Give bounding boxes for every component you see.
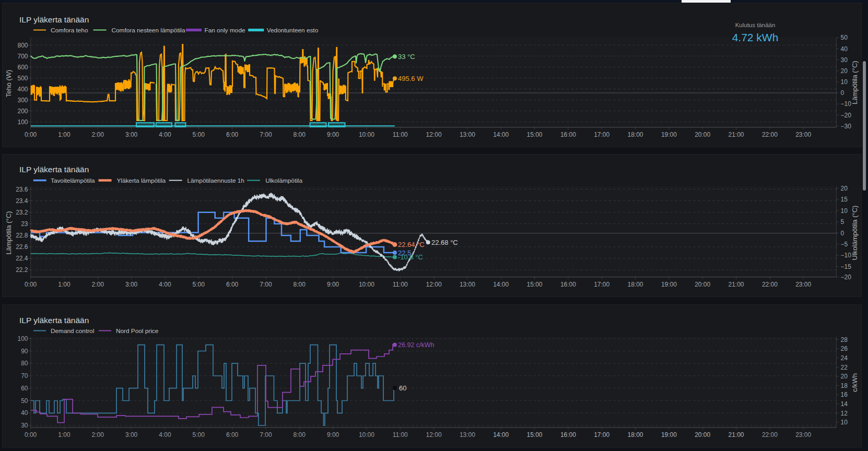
- svg-text:−5: −5: [841, 241, 848, 248]
- svg-text:20:00: 20:00: [695, 281, 710, 288]
- svg-text:40: 40: [21, 409, 28, 417]
- svg-text:23:00: 23:00: [795, 281, 811, 288]
- svg-text:8:00: 8:00: [294, 431, 306, 438]
- svg-text:21:00: 21:00: [728, 431, 744, 438]
- svg-text:ILP yläkerta tänään: ILP yläkerta tänään: [19, 15, 89, 24]
- svg-text:Lämpötila (°C): Lämpötila (°C): [851, 61, 859, 104]
- svg-text:11:00: 11:00: [393, 281, 408, 288]
- svg-text:100: 100: [17, 118, 28, 126]
- svg-text:0: 0: [841, 89, 844, 97]
- svg-text:20: 20: [841, 185, 848, 192]
- svg-text:24: 24: [841, 354, 848, 362]
- svg-text:2:00: 2:00: [92, 131, 104, 138]
- svg-text:−20: −20: [841, 112, 852, 119]
- svg-text:14: 14: [841, 400, 848, 408]
- svg-text:22.6: 22.6: [16, 243, 28, 251]
- svg-text:11:00: 11:00: [393, 431, 408, 438]
- svg-text:1:00: 1:00: [58, 431, 71, 438]
- svg-text:300: 300: [17, 97, 28, 104]
- svg-text:Tavoitelämpötila: Tavoitelämpötila: [51, 177, 95, 184]
- svg-text:5:00: 5:00: [193, 131, 205, 138]
- svg-text:4:00: 4:00: [159, 281, 171, 288]
- svg-text:8:00: 8:00: [294, 281, 306, 288]
- svg-text:c/kWh: c/kWh: [851, 373, 859, 392]
- svg-text:10:00: 10:00: [359, 281, 374, 288]
- svg-text:3:00: 3:00: [125, 281, 138, 288]
- svg-text:60: 60: [21, 385, 28, 392]
- svg-text:ILP yläkerta tänään: ILP yläkerta tänään: [19, 316, 89, 325]
- svg-text:16:00: 16:00: [560, 281, 576, 288]
- svg-text:7:00: 7:00: [260, 431, 272, 438]
- svg-text:70: 70: [21, 372, 28, 379]
- svg-text:11:00: 11:00: [393, 131, 408, 138]
- svg-text:18: 18: [841, 382, 848, 389]
- svg-text:Ulkolämpötila (°C): Ulkolämpötila (°C): [851, 206, 859, 260]
- svg-text:17:00: 17:00: [594, 431, 609, 438]
- svg-text:13:00: 13:00: [460, 131, 475, 138]
- svg-text:20:00: 20:00: [695, 431, 710, 438]
- svg-text:6:00: 6:00: [226, 281, 239, 288]
- svg-text:0: 0: [841, 230, 844, 237]
- svg-text:16: 16: [841, 391, 848, 398]
- svg-text:28: 28: [841, 336, 848, 343]
- svg-text:14:00: 14:00: [493, 281, 509, 288]
- svg-text:Lämpötila (°C): Lämpötila (°C): [5, 211, 13, 254]
- svg-text:40: 40: [841, 45, 848, 53]
- svg-text:12: 12: [841, 410, 848, 417]
- svg-text:5:00: 5:00: [193, 281, 205, 288]
- svg-text:22.8: 22.8: [16, 232, 28, 239]
- svg-text:14:00: 14:00: [493, 131, 509, 138]
- svg-text:14:00: 14:00: [493, 431, 509, 438]
- svg-text:4:00: 4:00: [159, 131, 171, 138]
- svg-text:6:00: 6:00: [226, 431, 239, 438]
- svg-text:15:00: 15:00: [526, 281, 542, 288]
- svg-text:23: 23: [21, 220, 28, 228]
- svg-text:22:00: 22:00: [762, 131, 778, 138]
- svg-text:19:00: 19:00: [661, 131, 677, 138]
- svg-text:3:00: 3:00: [125, 431, 138, 438]
- svg-text:20: 20: [841, 373, 848, 380]
- svg-text:12:00: 12:00: [426, 131, 442, 138]
- svg-text:16:00: 16:00: [560, 131, 576, 138]
- svg-text:90: 90: [21, 348, 28, 355]
- svg-text:10: 10: [841, 419, 848, 426]
- svg-text:Lämpötilaennuste 1h: Lämpötilaennuste 1h: [187, 177, 244, 184]
- svg-text:22.68 °C: 22.68 °C: [431, 239, 458, 246]
- svg-text:50: 50: [841, 34, 848, 41]
- svg-text:−10: −10: [841, 252, 852, 259]
- svg-text:22: 22: [841, 364, 848, 371]
- svg-text:20: 20: [841, 67, 848, 75]
- svg-text:20:00: 20:00: [695, 131, 710, 138]
- svg-text:ILP yläkerta tänään: ILP yläkerta tänään: [19, 165, 89, 174]
- svg-text:9:00: 9:00: [327, 281, 339, 288]
- svg-text:12:00: 12:00: [426, 281, 442, 288]
- svg-text:-10.8 °C: -10.8 °C: [398, 253, 423, 261]
- svg-text:4.72 kWh: 4.72 kWh: [732, 31, 779, 43]
- svg-text:500: 500: [17, 75, 28, 82]
- svg-text:2:00: 2:00: [92, 281, 104, 288]
- svg-text:100: 100: [17, 335, 28, 342]
- svg-text:19:00: 19:00: [661, 281, 677, 288]
- svg-text:0:00: 0:00: [25, 431, 37, 438]
- svg-text:Yläkerta lämpötila: Yläkerta lämpötila: [116, 177, 166, 184]
- svg-text:21:00: 21:00: [728, 281, 744, 288]
- svg-text:26: 26: [841, 345, 848, 352]
- svg-text:−10: −10: [841, 100, 852, 108]
- svg-text:−30: −30: [841, 123, 852, 130]
- svg-text:6:00: 6:00: [226, 131, 239, 138]
- svg-text:30: 30: [841, 56, 848, 64]
- svg-text:7:00: 7:00: [260, 281, 272, 288]
- svg-text:15:00: 15:00: [526, 131, 542, 138]
- svg-text:0:00: 0:00: [25, 131, 37, 138]
- svg-text:800: 800: [17, 42, 28, 49]
- svg-text:Ulkolämpötila: Ulkolämpötila: [265, 177, 302, 184]
- svg-text:22:00: 22:00: [762, 431, 778, 438]
- svg-text:15:00: 15:00: [526, 431, 542, 438]
- svg-text:22:00: 22:00: [762, 281, 778, 288]
- svg-text:1:00: 1:00: [58, 131, 71, 138]
- svg-text:400: 400: [17, 86, 28, 93]
- svg-text:5:00: 5:00: [193, 431, 205, 438]
- svg-text:5: 5: [841, 218, 844, 225]
- svg-text:23.4: 23.4: [16, 197, 28, 205]
- svg-text:2:00: 2:00: [92, 431, 104, 438]
